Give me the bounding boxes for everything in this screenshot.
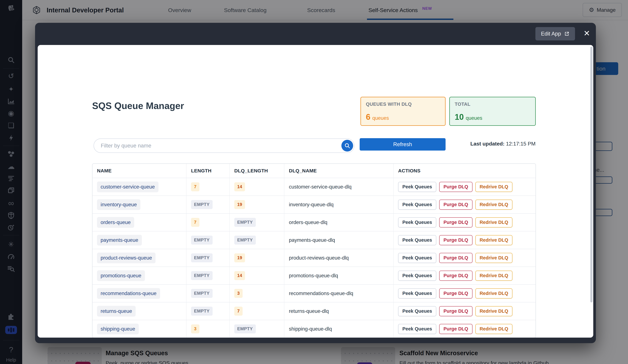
dlq-name-text: promotions-queue-dlq xyxy=(284,267,393,284)
queue-name-link[interactable]: customer-service-queue xyxy=(97,182,158,192)
dlq-name-text: product-reviews-queue-dlq xyxy=(284,249,393,267)
dlq-length-badge: 3 xyxy=(234,289,242,298)
queue-name-link[interactable]: promotions-queue xyxy=(97,270,145,281)
redrive-dlq-button[interactable]: Redrive DLQ xyxy=(475,271,513,281)
stat-unit: queues xyxy=(372,115,389,121)
peek-queues-button[interactable]: Peek Queues xyxy=(398,235,436,245)
table-row: inventory-queue EMPTY 19 inventory-queue… xyxy=(92,196,536,213)
stat-card-queues-with-dlq: QUEUES WITH DLQ 6 queues xyxy=(360,97,446,126)
queue-name-link[interactable]: orders-queue xyxy=(97,217,134,228)
stat-unit: queues xyxy=(466,115,482,121)
dlq-name-text: inventory-queue-dlq xyxy=(284,196,393,213)
table-row: payments-queue EMPTY EMPTY payments-queu… xyxy=(92,231,536,249)
dlq-length-badge: EMPTY xyxy=(234,236,256,245)
dlq-length-badge: 19 xyxy=(234,253,245,262)
col-length: LENGTH xyxy=(186,164,229,178)
col-actions: ACTIONS xyxy=(393,164,536,178)
stat-card-total: TOTAL 10 queues xyxy=(449,97,536,126)
dlq-length-badge: EMPTY xyxy=(234,218,256,227)
length-badge: EMPTY xyxy=(191,253,213,262)
purge-dlq-button[interactable]: Purge DLQ xyxy=(439,182,472,192)
stat-value: 10 xyxy=(455,112,464,122)
edit-app-button[interactable]: Edit App xyxy=(535,27,575,40)
table-row: customer-service-queue 7 14 customer-ser… xyxy=(92,178,536,196)
dlq-name-text: recommendations-queue-dlq xyxy=(284,285,393,302)
peek-queues-button[interactable]: Peek Queues xyxy=(398,217,436,227)
modal-panel: SQS Queue Manager QUEUES WITH DLQ 6 queu… xyxy=(38,45,593,338)
queue-name-link[interactable]: recommendations-queue xyxy=(97,288,160,299)
filter-bar xyxy=(94,139,354,153)
page-root: ↺ ✦ ◉ ❏ ☁ ∞ ✳ xyxy=(0,0,628,364)
redrive-dlq-button[interactable]: Redrive DLQ xyxy=(475,289,513,298)
peek-queues-button[interactable]: Peek Queues xyxy=(398,253,436,263)
table-row: returns-queue EMPTY 7 returns-queue-dlq … xyxy=(92,302,536,320)
dlq-length-badge: 19 xyxy=(234,200,245,209)
purge-dlq-button[interactable]: Purge DLQ xyxy=(439,200,472,210)
redrive-dlq-button[interactable]: Redrive DLQ xyxy=(475,306,513,316)
dlq-name-text: orders-queue-dlq xyxy=(284,214,393,231)
purge-dlq-button[interactable]: Purge DLQ xyxy=(439,289,472,298)
peek-queues-button[interactable]: Peek Queues xyxy=(398,182,436,192)
dlq-length-badge: 14 xyxy=(234,271,245,280)
col-name: NAME xyxy=(92,164,186,178)
external-link-icon xyxy=(564,31,569,36)
purge-dlq-button[interactable]: Purge DLQ xyxy=(439,235,472,245)
table-row: shipping-queue 3 EMPTY shipping-queue-dl… xyxy=(92,320,536,338)
purge-dlq-button[interactable]: Purge DLQ xyxy=(439,306,472,316)
length-badge: EMPTY xyxy=(191,307,213,316)
modal-scrollbar[interactable] xyxy=(590,47,592,302)
table-row: product-reviews-queue EMPTY 19 product-r… xyxy=(92,249,536,267)
stat-label: TOTAL xyxy=(455,101,530,107)
dlq-name-text: shipping-queue-dlq xyxy=(284,320,393,338)
peek-queues-button[interactable]: Peek Queues xyxy=(398,271,436,281)
dlq-name-text: returns-queue-dlq xyxy=(284,302,393,320)
sqs-app-modal: Edit App ✕ SQS Queue Manager QUEUES WITH… xyxy=(35,23,596,343)
length-badge: 3 xyxy=(191,324,199,333)
stat-label: QUEUES WITH DLQ xyxy=(366,101,440,107)
length-badge: 7 xyxy=(191,218,199,227)
queue-name-link[interactable]: inventory-queue xyxy=(97,199,140,210)
length-badge: EMPTY xyxy=(191,236,213,245)
col-dlq-length: DLQ_LENGTH xyxy=(229,164,284,178)
redrive-dlq-button[interactable]: Redrive DLQ xyxy=(475,200,513,210)
redrive-dlq-button[interactable]: Redrive DLQ xyxy=(475,182,513,192)
redrive-dlq-button[interactable]: Redrive DLQ xyxy=(475,235,513,245)
table-row: recommendations-queue EMPTY 3 recommenda… xyxy=(92,284,536,302)
queue-name-link[interactable]: shipping-queue xyxy=(97,324,139,334)
last-updated: Last updated: 12:17:15 PM xyxy=(426,141,536,147)
length-badge: EMPTY xyxy=(191,200,213,209)
purge-dlq-button[interactable]: Purge DLQ xyxy=(439,253,472,263)
stat-value: 6 xyxy=(366,112,370,122)
redrive-dlq-button[interactable]: Redrive DLQ xyxy=(475,253,513,263)
length-badge: EMPTY xyxy=(191,289,213,298)
dlq-length-badge: EMPTY xyxy=(234,324,256,333)
queue-table-body: customer-service-queue 7 14 customer-ser… xyxy=(92,178,536,338)
queue-name-link[interactable]: returns-queue xyxy=(97,306,136,317)
dlq-length-badge: 14 xyxy=(234,182,245,191)
length-badge: 7 xyxy=(191,182,199,191)
table-header: NAME LENGTH DLQ_LENGTH DLQ_NAME ACTIONS xyxy=(92,164,536,178)
queue-table: NAME LENGTH DLQ_LENGTH DLQ_NAME ACTIONS … xyxy=(92,163,536,338)
peek-queues-button[interactable]: Peek Queues xyxy=(398,324,436,334)
queue-name-link[interactable]: payments-queue xyxy=(97,235,142,246)
close-icon[interactable]: ✕ xyxy=(582,26,592,40)
col-dlq-name: DLQ_NAME xyxy=(284,164,393,178)
purge-dlq-button[interactable]: Purge DLQ xyxy=(439,217,472,227)
queue-filter-input[interactable] xyxy=(101,140,338,152)
search-icon xyxy=(344,143,351,149)
peek-queues-button[interactable]: Peek Queues xyxy=(398,289,436,298)
redrive-dlq-button[interactable]: Redrive DLQ xyxy=(475,324,513,334)
table-row: orders-queue 7 EMPTY orders-queue-dlq Pe… xyxy=(92,213,536,231)
peek-queues-button[interactable]: Peek Queues xyxy=(398,306,436,316)
dlq-name-text: customer-service-queue-dlq xyxy=(284,178,393,196)
redrive-dlq-button[interactable]: Redrive DLQ xyxy=(475,217,513,227)
dlq-name-text: payments-queue-dlq xyxy=(284,231,393,249)
page-title: SQS Queue Manager xyxy=(92,100,184,111)
search-button[interactable] xyxy=(341,140,353,151)
purge-dlq-button[interactable]: Purge DLQ xyxy=(439,324,472,334)
peek-queues-button[interactable]: Peek Queues xyxy=(398,200,436,210)
dlq-length-badge: 7 xyxy=(234,307,242,316)
purge-dlq-button[interactable]: Purge DLQ xyxy=(439,271,472,281)
queue-name-link[interactable]: product-reviews-queue xyxy=(97,253,156,263)
length-badge: EMPTY xyxy=(191,271,213,280)
